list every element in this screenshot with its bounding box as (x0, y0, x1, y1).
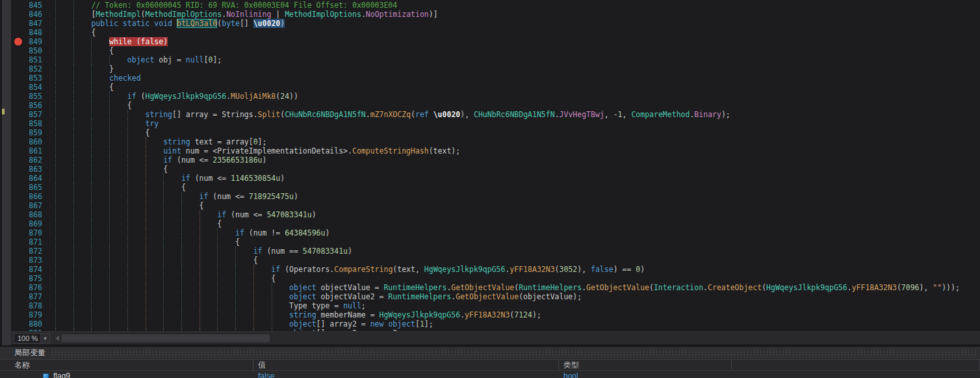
indent-guide (200, 274, 200, 283)
code-line[interactable]: 878 Type type = null; (11, 301, 980, 310)
code-line[interactable]: 862 if (num <= 2356653186u) (11, 155, 980, 165)
breakpoint-gutter[interactable] (11, 55, 25, 64)
code-line[interactable]: 846 [MethodImpl(MethodImplOptions.NoInli… (11, 10, 980, 19)
breakpoint-gutter[interactable] (11, 256, 25, 265)
local-variable-row[interactable]: flag9falsebool (0, 371, 980, 378)
code-line[interactable]: 861 uint num = <PrivateImplementationDet… (11, 146, 980, 155)
code-line[interactable]: 863 { (11, 165, 980, 174)
variable-value[interactable]: false (253, 371, 559, 378)
code-token: , (623, 110, 632, 119)
code-line[interactable]: 871 { (11, 237, 980, 247)
breakpoint-gutter[interactable] (11, 183, 25, 192)
breakpoint-icon[interactable] (14, 38, 22, 46)
column-header-type[interactable]: 类型 (559, 360, 732, 370)
breakpoint-gutter[interactable] (11, 64, 25, 74)
scroll-left-arrow-icon[interactable] (55, 336, 59, 341)
code-line[interactable]: 845 // Token: 0x06000045 RID: 69 RVA: 0x… (11, 1, 980, 10)
editor-overview-scrollbar[interactable] (0, 0, 11, 346)
zoom-control[interactable]: 100 % ▼ (14, 333, 50, 344)
breakpoint-gutter[interactable] (11, 1, 25, 10)
code-line[interactable]: 869 { (11, 219, 980, 228)
code-line[interactable]: 853 checked (11, 74, 980, 83)
breakpoint-gutter[interactable] (11, 301, 25, 310)
breakpoint-gutter[interactable] (11, 265, 25, 274)
breakpoint-gutter[interactable] (11, 201, 25, 210)
code-line[interactable]: 858 try (11, 119, 980, 128)
code-line[interactable]: 857 string[] array = Strings.Split(CHuNb… (11, 110, 980, 119)
code-line[interactable]: 849 while (false) (11, 37, 980, 46)
breakpoint-gutter[interactable] (11, 101, 25, 110)
breakpoint-gutter[interactable] (11, 292, 25, 301)
code-line[interactable]: 873 { (11, 256, 980, 265)
breakpoint-gutter[interactable] (11, 219, 25, 228)
horizontal-scrollbar-thumb[interactable] (62, 334, 270, 342)
code-line[interactable]: 856 { (11, 101, 980, 110)
code-line[interactable]: 868 if (num <= 547083341u) (11, 210, 980, 219)
column-header-name[interactable]: 名称 (0, 360, 253, 370)
breakpoint-gutter[interactable] (11, 274, 25, 283)
breakpoint-gutter[interactable] (11, 319, 25, 329)
breakpoint-gutter[interactable] (11, 74, 25, 83)
locals-panel-title-bar[interactable]: 局部变量 (0, 347, 980, 360)
indent-guide (272, 310, 272, 319)
breakpoint-gutter[interactable] (11, 283, 25, 292)
code-token: CompareString (334, 265, 393, 274)
breakpoint-gutter[interactable] (11, 19, 25, 28)
breakpoint-gutter[interactable] (11, 146, 25, 155)
breakpoint-gutter[interactable] (11, 28, 25, 37)
breakpoint-gutter[interactable] (11, 46, 25, 55)
breakpoint-gutter[interactable] (11, 137, 25, 146)
code-line[interactable]: 880 object[] array2 = new object[1]; (11, 319, 980, 329)
code-editor[interactable]: 845 // Token: 0x06000045 RID: 69 RVA: 0x… (11, 0, 980, 331)
code-text: { (42, 219, 222, 228)
breakpoint-gutter[interactable] (11, 174, 25, 183)
code-token: ) == (613, 265, 636, 274)
zoom-level-value[interactable]: 100 % (14, 333, 41, 344)
code-line[interactable]: 855 if (HgWqeysJlkpk9qpG56.MUoljAiMk8(24… (11, 92, 980, 101)
breakpoint-gutter[interactable] (11, 10, 25, 19)
code-line[interactable]: 875 { (11, 274, 980, 283)
breakpoint-gutter[interactable] (11, 310, 25, 319)
column-header-value[interactable]: 值 (253, 360, 559, 370)
breakpoint-gutter[interactable] (11, 192, 25, 201)
breakpoint-gutter[interactable] (11, 92, 25, 101)
indent-guide (73, 146, 74, 155)
code-line[interactable]: 847 public static void btLQn3al0(byte[] … (11, 19, 980, 28)
code-token: ( (411, 110, 415, 119)
code-line[interactable]: 850 { (11, 46, 980, 55)
code-token: 0 (253, 137, 258, 146)
breakpoint-gutter[interactable] (11, 110, 25, 119)
code-line[interactable]: 867 { (11, 201, 980, 210)
breakpoint-gutter[interactable] (11, 165, 25, 174)
code-line[interactable]: 851 object obj = null[0]; (11, 55, 980, 64)
code-token: ) (294, 192, 298, 201)
breakpoint-gutter[interactable] (11, 228, 25, 237)
breakpoint-gutter[interactable] (11, 128, 25, 137)
cell-name[interactable]: flag9 (0, 371, 253, 378)
code-line[interactable]: 865 { (11, 183, 980, 192)
code-line[interactable]: 877 object objectValue2 = RuntimeHelpers… (11, 292, 980, 301)
code-line[interactable]: 864 if (num <= 1146530854u) (11, 174, 980, 183)
indent-guide (181, 292, 182, 301)
breakpoint-gutter[interactable] (11, 237, 25, 247)
code-line[interactable]: 876 object objectValue = RuntimeHelpers.… (11, 283, 980, 292)
breakpoint-gutter[interactable] (11, 37, 25, 46)
code-line[interactable]: 866 if (num <= 718925475u) (11, 192, 980, 201)
indent-guide (73, 265, 74, 274)
breakpoint-gutter[interactable] (11, 155, 25, 165)
code-line[interactable]: 879 string memberName = HgWqeysJlkpk9qpG… (11, 310, 980, 319)
horizontal-scrollbar[interactable] (53, 332, 980, 344)
breakpoint-gutter[interactable] (11, 247, 25, 256)
breakpoint-gutter[interactable] (11, 210, 25, 219)
code-line[interactable]: 859 { (11, 128, 980, 137)
breakpoint-gutter[interactable] (11, 83, 25, 92)
code-line[interactable]: 872 if (num == 547083341u) (11, 247, 980, 256)
code-line[interactable]: 848 { (11, 28, 980, 37)
code-line[interactable]: 870 if (num != 64384596u) (11, 228, 980, 237)
code-line[interactable]: 874 if (Operators.CompareString(text, Hg… (11, 265, 980, 274)
code-line[interactable]: 852 } (11, 64, 980, 74)
breakpoint-gutter[interactable] (11, 119, 25, 128)
code-line[interactable]: 854 { (11, 83, 980, 92)
code-line[interactable]: 860 string text = array[0]; (11, 137, 980, 146)
zoom-dropdown-button[interactable]: ▼ (41, 333, 50, 344)
